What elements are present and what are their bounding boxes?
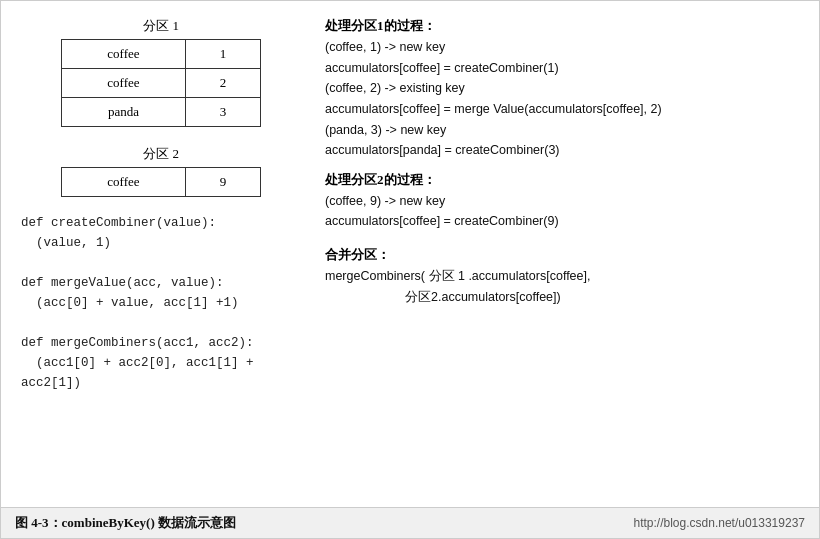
table-row: panda 3 <box>62 98 261 127</box>
footer: 图 4-3：combineByKey() 数据流示意图 http://blog.… <box>1 507 819 538</box>
merge-line1: mergeCombiners( 分区 1 .accumulators[coffe… <box>325 266 799 287</box>
process2-section: 处理分区2的过程： (coffee, 9) -> new key accumul… <box>325 171 799 232</box>
merge-section: 合并分区： mergeCombiners( 分区 1 .accumulators… <box>325 246 799 307</box>
merge-lines: mergeCombiners( 分区 1 .accumulators[coffe… <box>325 266 799 307</box>
process1-section: 处理分区1的过程： (coffee, 1) -> new key accumul… <box>325 17 799 161</box>
table-cell-key: coffee <box>62 69 186 98</box>
partition1-table: coffee 1 coffee 2 panda 3 <box>61 39 261 127</box>
process1-line1: (coffee, 1) -> new key <box>325 37 799 58</box>
partition1-label: 分区 1 <box>21 17 301 35</box>
merge-combiners-code: def mergeCombiners(acc1, acc2): (acc1[0]… <box>21 333 301 393</box>
table-cell-value: 9 <box>185 168 260 197</box>
process2-line2: accumulators[coffee] = createCombiner(9) <box>325 211 799 232</box>
table-row: coffee 1 <box>62 40 261 69</box>
table-cell-key: panda <box>62 98 186 127</box>
partition2-table: coffee 9 <box>61 167 261 197</box>
partition2-section: 分区 2 coffee 9 <box>21 145 301 197</box>
process2-lines: (coffee, 9) -> new key accumulators[coff… <box>325 191 799 232</box>
process1-line5: (panda, 3) -> new key <box>325 120 799 141</box>
table-cell-key: coffee <box>62 40 186 69</box>
table-cell-key: coffee <box>62 168 186 197</box>
table-cell-value: 2 <box>185 69 260 98</box>
process1-line3: (coffee, 2) -> existing key <box>325 78 799 99</box>
merge-line2: 分区2.accumulators[coffee]) <box>325 287 799 308</box>
partition2-label: 分区 2 <box>21 145 301 163</box>
footer-label: 图 4-3：combineByKey() 数据流示意图 <box>15 514 236 532</box>
process1-lines: (coffee, 1) -> new key accumulators[coff… <box>325 37 799 161</box>
table-row: coffee 2 <box>62 69 261 98</box>
partition1-section: 分区 1 coffee 1 coffee 2 panda 3 <box>21 17 301 127</box>
process2-title: 处理分区2的过程： <box>325 171 799 189</box>
process1-line4: accumulators[coffee] = merge Value(accum… <box>325 99 799 120</box>
create-combiner-code: def createCombiner(value): (value, 1) <box>21 213 301 253</box>
page-container: 分区 1 coffee 1 coffee 2 panda 3 <box>0 0 820 539</box>
table-row: coffee 9 <box>62 168 261 197</box>
process1-line6: accumulators[panda] = createCombiner(3) <box>325 140 799 161</box>
footer-url: http://blog.csdn.net/u013319237 <box>634 516 805 530</box>
left-panel: 分区 1 coffee 1 coffee 2 panda 3 <box>21 17 301 497</box>
process2-line1: (coffee, 9) -> new key <box>325 191 799 212</box>
process1-title: 处理分区1的过程： <box>325 17 799 35</box>
code-block: def createCombiner(value): (value, 1) de… <box>21 213 301 393</box>
table-cell-value: 3 <box>185 98 260 127</box>
table-cell-value: 1 <box>185 40 260 69</box>
merge-value-code: def mergeValue(acc, value): (acc[0] + va… <box>21 273 301 313</box>
main-content: 分区 1 coffee 1 coffee 2 panda 3 <box>1 1 819 507</box>
right-panel: 处理分区1的过程： (coffee, 1) -> new key accumul… <box>301 17 799 497</box>
merge-title: 合并分区： <box>325 246 799 264</box>
process1-line2: accumulators[coffee] = createCombiner(1) <box>325 58 799 79</box>
